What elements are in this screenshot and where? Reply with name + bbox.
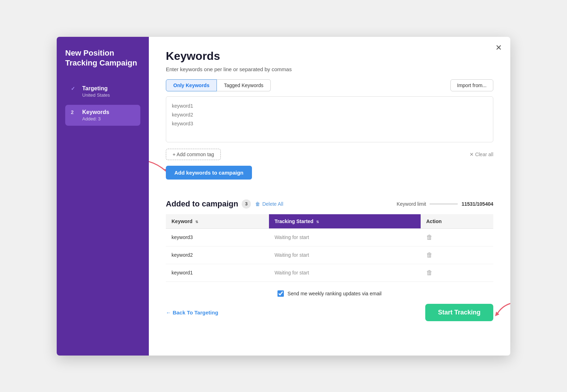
delete-row-button[interactable]: 🗑: [426, 269, 433, 277]
footer-section: Send me weekly ranking updates via email…: [166, 290, 493, 321]
action-cell: 🗑: [421, 246, 493, 264]
import-button[interactable]: Import from...: [450, 79, 493, 91]
start-tracking-button[interactable]: Start Tracking: [425, 304, 493, 321]
action-cell: 🗑: [421, 228, 493, 246]
step-sublabel-keywords: Added: 3: [82, 116, 109, 121]
table-row: keyword3 Waiting for start 🗑: [166, 228, 493, 246]
keyword-limit: Keyword limit 11531/105404: [397, 201, 493, 207]
action-cell: 🗑: [421, 264, 493, 282]
table-body: keyword3 Waiting for start 🗑 keyword2 Wa…: [166, 228, 493, 282]
table-row: keyword2 Waiting for start 🗑: [166, 246, 493, 264]
trash-icon: 🗑: [255, 201, 260, 207]
limit-bar-fill: [430, 203, 433, 205]
limit-bar: [430, 203, 458, 205]
clear-all-button[interactable]: ✕ Clear all: [470, 152, 493, 157]
section-title: Added to campaign 3: [166, 199, 251, 209]
main-content: ✕ Keywords Enter keywords one per line o…: [149, 37, 510, 356]
status-cell: Waiting for start: [269, 264, 421, 282]
add-tag-button[interactable]: + Add common tag: [166, 149, 221, 160]
added-to-campaign-section: Added to campaign 3 🗑 Delete All Keyword…: [166, 199, 493, 282]
svg-marker-1: [495, 312, 499, 316]
tab-only-keywords[interactable]: Only Keywords: [166, 79, 217, 91]
step-label-targeting: Targeting: [82, 85, 110, 92]
delete-row-button[interactable]: 🗑: [426, 234, 433, 241]
email-checkbox-row: Send me weekly ranking updates via email: [277, 290, 381, 297]
sidebar-step-keywords[interactable]: 2 Keywords Added: 3: [65, 105, 140, 126]
keyword-cell: keyword2: [166, 246, 269, 264]
keyword-cell: keyword3: [166, 228, 269, 246]
col-header-tracking-started: Tracking Started ⇅: [269, 214, 421, 229]
delete-row-button[interactable]: 🗑: [426, 251, 433, 259]
add-keywords-container: Add keywords to campaign: [166, 166, 252, 192]
page-title: Keywords: [166, 50, 493, 63]
status-cell: Waiting for start: [269, 228, 421, 246]
section-header: Added to campaign 3 🗑 Delete All Keyword…: [166, 199, 493, 209]
keywords-table: Keyword ⇅ Tracking Started ⇅ Action keyw…: [166, 214, 493, 282]
status-cell: Waiting for start: [269, 246, 421, 264]
step-indicator-keywords: 2: [71, 109, 78, 115]
step-label-keywords: Keywords: [82, 109, 109, 115]
table-header: Keyword ⇅ Tracking Started ⇅ Action: [166, 214, 493, 229]
email-checkbox-label: Send me weekly ranking updates via email: [287, 291, 381, 296]
section-badge: 3: [242, 199, 251, 209]
keyword-cell: keyword1: [166, 264, 269, 282]
keyword-limit-count: 11531/105404: [461, 201, 493, 207]
email-checkbox[interactable]: [277, 290, 284, 297]
back-to-targeting-button[interactable]: ← Back To Targeting: [166, 309, 218, 316]
add-keywords-button[interactable]: Add keywords to campaign: [166, 166, 252, 180]
sort-icon-tracking[interactable]: ⇅: [316, 220, 319, 224]
col-header-keyword: Keyword ⇅: [166, 214, 269, 229]
step-indicator-targeting: ✓: [71, 85, 78, 91]
step-sublabel-targeting: United States: [82, 92, 110, 98]
tabs-container: Only Keywords Tagged Keywords: [166, 79, 271, 91]
tabs-row: Only Keywords Tagged Keywords Import fro…: [166, 79, 493, 91]
close-button[interactable]: ✕: [495, 44, 502, 52]
page-subtitle: Enter keywords one per line or separated…: [166, 66, 493, 72]
keywords-textarea[interactable]: [166, 96, 493, 142]
delete-all-button[interactable]: 🗑 Delete All: [255, 201, 283, 207]
table-row: keyword1 Waiting for start 🗑: [166, 264, 493, 282]
sidebar-title: New Position Tracking Campaign: [65, 48, 140, 68]
sidebar-step-targeting[interactable]: ✓ Targeting United States: [65, 81, 140, 102]
tag-row: + Add common tag ✕ Clear all: [166, 149, 493, 160]
footer-buttons: ← Back To Targeting Start Tracking: [166, 304, 493, 321]
sidebar: New Position Tracking Campaign ✓ Targeti…: [57, 37, 149, 356]
sort-icon-keyword[interactable]: ⇅: [195, 220, 198, 224]
col-header-action: Action: [421, 214, 493, 229]
modal-container: New Position Tracking Campaign ✓ Targeti…: [57, 37, 510, 356]
tab-tagged-keywords[interactable]: Tagged Keywords: [217, 79, 271, 91]
